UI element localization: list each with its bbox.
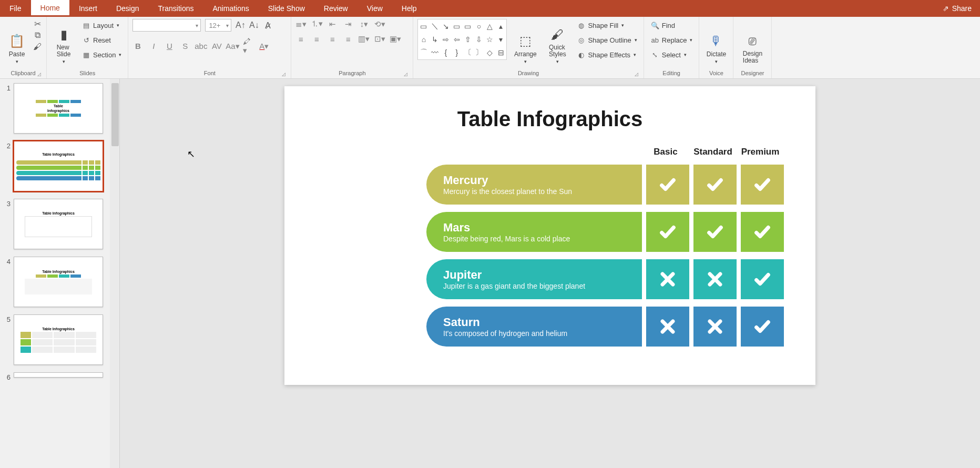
check-icon[interactable] — [646, 212, 689, 252]
columns-button[interactable]: ▥▾ — [359, 34, 369, 44]
align-center-button[interactable]: ≡ — [311, 35, 322, 44]
replace-button[interactable]: abReplace▾ — [648, 34, 695, 46]
decrease-indent-button[interactable]: ⇤ — [327, 19, 338, 29]
quick-styles-button[interactable]: 🖌 Quick Styles▾ — [544, 19, 571, 65]
share-button[interactable]: ⇗ Share — [934, 0, 980, 17]
cross-icon[interactable] — [693, 307, 737, 347]
check-icon[interactable] — [741, 259, 784, 299]
check-icon[interactable] — [646, 165, 689, 205]
shape-rect-icon[interactable]: ▭ — [451, 19, 462, 33]
decrease-font-button[interactable]: A↓ — [249, 21, 259, 30]
shape-line-icon[interactable]: ＼ — [429, 19, 440, 33]
check-icon[interactable] — [693, 165, 737, 205]
shape-bracket-icon[interactable]: 〔 — [462, 46, 473, 59]
text-direction-button[interactable]: ⟲▾ — [374, 19, 385, 29]
tab-home[interactable]: Home — [31, 0, 69, 17]
reset-button[interactable]: ↺Reset — [79, 34, 124, 46]
shape-star-icon[interactable]: ☆ — [484, 33, 495, 46]
table-row[interactable]: SaturnIt's composed of hydrogen and heli… — [426, 307, 784, 347]
tab-transitions[interactable]: Transitions — [149, 0, 203, 17]
tab-insert[interactable]: Insert — [69, 0, 107, 17]
shape-effects-button[interactable]: ◐Shape Effects▾ — [574, 48, 639, 61]
table-row[interactable]: MercuryMercury is the closest planet to … — [426, 165, 784, 205]
shape-arrow2-icon[interactable]: ⇨ — [440, 33, 451, 46]
gallery-scroll-down[interactable]: ▾ — [495, 33, 506, 46]
align-left-button[interactable]: ≡ — [295, 35, 306, 44]
col-header-premium[interactable]: Premium — [737, 147, 784, 157]
check-icon[interactable] — [741, 165, 784, 205]
change-case-button[interactable]: Aa▾ — [227, 42, 238, 51]
thumb-scroll-handle[interactable] — [111, 83, 119, 146]
shape-callout-icon[interactable]: ◇ — [484, 46, 495, 59]
format-painter-button[interactable]: 🖌 — [33, 42, 42, 52]
paragraph-dialog-launcher[interactable]: ◿ — [404, 72, 407, 77]
cross-icon[interactable] — [646, 259, 689, 299]
shape-rect2-icon[interactable]: ▭ — [462, 19, 473, 33]
new-slide-button[interactable]: ▮ New Slide ▾ — [51, 19, 76, 65]
italic-button[interactable]: I — [148, 42, 159, 50]
shape-brace2-icon[interactable]: } — [451, 46, 462, 59]
shape-free-icon[interactable]: 〰 — [429, 46, 440, 59]
align-text-button[interactable]: ⊡▾ — [374, 34, 385, 44]
bold-button[interactable]: B — [132, 42, 143, 50]
shape-arrow-icon[interactable]: ⌂ — [418, 33, 429, 46]
increase-font-button[interactable]: A↑ — [236, 21, 245, 30]
shape-connector-icon[interactable]: ↳ — [429, 33, 440, 46]
shape-bracket2-icon[interactable]: 〕 — [473, 46, 484, 59]
drawing-dialog-launcher[interactable]: ◿ — [635, 72, 638, 77]
gallery-more[interactable]: ⊟ — [495, 46, 506, 59]
shape-curve-icon[interactable]: ⌒ — [418, 46, 429, 59]
font-dialog-launcher[interactable]: ◿ — [282, 72, 285, 77]
section-button[interactable]: ▦Section▾ — [79, 48, 124, 61]
smartart-button[interactable]: ▣▾ — [390, 34, 401, 44]
thumb-scrollbar[interactable] — [110, 79, 119, 468]
shape-fill-button[interactable]: ◍Shape Fill▾ — [574, 19, 639, 32]
slide-thumb-5[interactable]: Table Infographics — [14, 314, 103, 365]
shape-textbox-icon[interactable]: ▭ — [418, 19, 429, 33]
shape-arrow3-icon[interactable]: ⇦ — [451, 33, 462, 46]
cut-button[interactable]: ✂ — [33, 19, 42, 28]
font-name-combo[interactable] — [132, 19, 201, 32]
table-row[interactable]: JupiterJupiter is a gas giant and the bi… — [426, 259, 784, 299]
tab-animations[interactable]: Animations — [203, 0, 258, 17]
check-icon[interactable] — [693, 212, 737, 252]
tab-file[interactable]: File — [0, 0, 31, 17]
arrange-button[interactable]: ⬚ Arrange▾ — [510, 19, 540, 65]
find-button[interactable]: 🔍Find — [648, 19, 695, 32]
shape-outline-button[interactable]: ◎Shape Outline▾ — [574, 34, 639, 46]
row-pill[interactable]: SaturnIt's composed of hydrogen and heli… — [426, 307, 642, 347]
char-spacing-button[interactable]: AV — [211, 42, 222, 50]
line-spacing-button[interactable]: ↕▾ — [359, 19, 369, 29]
increase-indent-button[interactable]: ⇥ — [343, 19, 353, 29]
shape-oval-icon[interactable]: ○ — [473, 19, 484, 33]
check-icon[interactable] — [741, 212, 784, 252]
row-pill[interactable]: MercuryMercury is the closest planet to … — [426, 165, 642, 205]
clipboard-dialog-launcher[interactable]: ◿ — [37, 72, 41, 77]
slide-editor[interactable]: ↖ Table Infographics Basic Standard Prem… — [120, 79, 980, 468]
slide-canvas[interactable]: ↖ Table Infographics Basic Standard Prem… — [284, 86, 815, 385]
slide-thumb-2[interactable]: Table Infographics — [14, 141, 103, 191]
shadow-button[interactable]: S — [180, 42, 190, 50]
slide-thumb-1[interactable]: Table Infographics — [14, 83, 103, 134]
tab-review[interactable]: Review — [314, 0, 358, 17]
slide-thumb-3[interactable]: Table Infographics — [14, 199, 103, 249]
cross-icon[interactable] — [646, 307, 689, 347]
shape-brace-icon[interactable]: { — [440, 46, 451, 59]
paste-button[interactable]: 📋 Paste ▾ — [4, 19, 29, 65]
col-header-basic[interactable]: Basic — [642, 147, 689, 157]
check-icon[interactable] — [741, 307, 784, 347]
gallery-scroll-up[interactable]: ▴ — [495, 19, 506, 33]
shape-tri-icon[interactable]: △ — [484, 19, 495, 33]
font-size-combo[interactable]: 12+ — [205, 19, 231, 32]
underline-button[interactable]: U — [164, 42, 175, 50]
col-header-standard[interactable]: Standard — [689, 147, 737, 157]
align-right-button[interactable]: ≡ — [327, 35, 338, 44]
tab-slideshow[interactable]: Slide Show — [259, 0, 314, 17]
bullets-button[interactable]: ≣▾ — [295, 19, 306, 29]
font-color-button[interactable]: A▾ — [259, 42, 269, 51]
table-row[interactable]: MarsDespite being red, Mars is a cold pl… — [426, 212, 784, 252]
row-pill[interactable]: JupiterJupiter is a gas giant and the bi… — [426, 259, 642, 299]
clear-format-button[interactable]: A̷ — [263, 21, 272, 30]
slide-title[interactable]: Table Infographics — [316, 107, 784, 131]
highlight-button[interactable]: 🖍▾ — [243, 37, 253, 55]
